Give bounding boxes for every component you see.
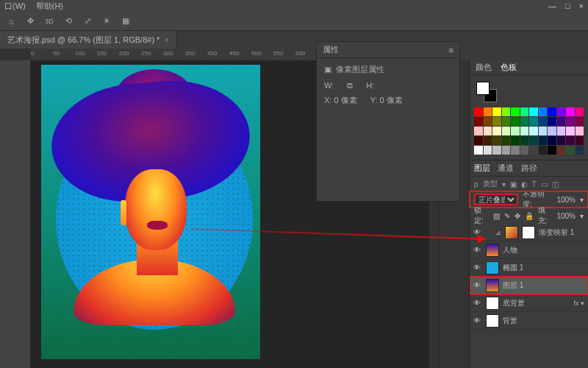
move-icon[interactable]: ✥ bbox=[24, 15, 37, 28]
swatch[interactable] bbox=[557, 107, 566, 116]
swatch[interactable] bbox=[502, 136, 511, 145]
3d-mode-icon[interactable]: 3D bbox=[43, 15, 56, 28]
visibility-icon[interactable]: 👁 bbox=[473, 228, 482, 237]
panel-menu-icon[interactable]: ≡ bbox=[449, 46, 453, 54]
visibility-icon[interactable]: 👁 bbox=[473, 281, 482, 290]
filter-adjust-icon[interactable]: ◐ bbox=[521, 180, 528, 188]
layer-row[interactable]: 👁⊿渐变映射 1 bbox=[470, 224, 588, 241]
filter-type-dropdown[interactable]: 类型 bbox=[483, 179, 498, 189]
swatch[interactable] bbox=[539, 136, 548, 145]
lock-pos-icon[interactable]: ✥ bbox=[514, 212, 520, 220]
swatch[interactable] bbox=[502, 117, 511, 126]
swatch[interactable] bbox=[511, 136, 520, 145]
swatch[interactable] bbox=[566, 146, 575, 155]
window-min-icon[interactable]: — bbox=[548, 1, 556, 10]
swatch[interactable] bbox=[520, 117, 529, 126]
swatch[interactable] bbox=[557, 136, 566, 145]
lock-pixel-icon[interactable]: ✎ bbox=[504, 212, 510, 220]
swatch[interactable] bbox=[576, 117, 584, 126]
swatch[interactable] bbox=[529, 127, 538, 135]
visibility-icon[interactable]: 👁 bbox=[473, 263, 482, 272]
swatch[interactable] bbox=[557, 146, 566, 155]
layer-row[interactable]: 👁图层 1 bbox=[470, 277, 588, 294]
swatch[interactable] bbox=[511, 107, 520, 116]
filter-shape-icon[interactable]: ▭ bbox=[541, 180, 548, 188]
swatch[interactable] bbox=[557, 117, 566, 126]
swatch[interactable] bbox=[539, 146, 548, 155]
home-icon[interactable]: ⌂ bbox=[4, 15, 18, 28]
swatch[interactable] bbox=[548, 136, 556, 145]
fg-bg-colors[interactable] bbox=[476, 82, 497, 102]
window-close-icon[interactable]: × bbox=[579, 1, 584, 10]
swatch[interactable] bbox=[502, 146, 511, 155]
scale-icon[interactable]: ⤢ bbox=[81, 15, 94, 28]
visibility-icon[interactable]: 👁 bbox=[473, 246, 482, 255]
swatch[interactable] bbox=[576, 136, 584, 145]
light-icon[interactable]: ☀ bbox=[100, 15, 113, 28]
swatch[interactable] bbox=[566, 127, 575, 135]
filter-text-icon[interactable]: T bbox=[532, 180, 537, 188]
menu-help[interactable]: 帮助(H) bbox=[36, 1, 63, 12]
swatch[interactable] bbox=[566, 117, 575, 126]
swatch[interactable] bbox=[502, 107, 511, 116]
tab-color[interactable]: 颜色 bbox=[476, 62, 492, 73]
swatch[interactable] bbox=[484, 136, 492, 145]
layer-row[interactable]: 👁椭圆 1 bbox=[470, 259, 588, 277]
swatch[interactable] bbox=[566, 107, 575, 116]
swatch[interactable] bbox=[492, 107, 501, 116]
swatch[interactable] bbox=[474, 146, 483, 155]
swatch[interactable] bbox=[520, 107, 529, 116]
swatch[interactable] bbox=[557, 127, 566, 135]
lock-all-icon[interactable]: 🔒 bbox=[525, 212, 534, 220]
layer-row[interactable]: 👁底背景fx ▾ bbox=[470, 294, 588, 312]
swatch[interactable] bbox=[548, 146, 556, 155]
tab-layers[interactable]: 图层 bbox=[474, 163, 490, 174]
swatch[interactable] bbox=[484, 146, 492, 155]
swatch[interactable] bbox=[474, 127, 483, 135]
swatch[interactable] bbox=[520, 127, 529, 135]
swatch[interactable] bbox=[484, 107, 492, 116]
swatch[interactable] bbox=[576, 146, 584, 155]
rotate-icon[interactable]: ⟲ bbox=[62, 15, 75, 28]
swatch[interactable] bbox=[492, 117, 501, 126]
swatch[interactable] bbox=[492, 136, 501, 145]
fx-badge[interactable]: fx ▾ bbox=[573, 300, 584, 307]
swatch[interactable] bbox=[520, 136, 529, 145]
fill-value[interactable]: 100% bbox=[556, 212, 576, 220]
swatch[interactable] bbox=[539, 107, 548, 116]
layer-row[interactable]: 👁背景 bbox=[470, 312, 588, 330]
filter-pixel-icon[interactable]: ▣ bbox=[510, 180, 517, 188]
lock-trans-icon[interactable]: ▨ bbox=[493, 212, 500, 220]
swatch[interactable] bbox=[474, 107, 483, 116]
layer-row[interactable]: 👁人物 bbox=[470, 241, 588, 259]
swatch[interactable] bbox=[576, 107, 584, 116]
swatch[interactable] bbox=[474, 136, 483, 145]
swatch[interactable] bbox=[548, 107, 556, 116]
visibility-icon[interactable]: 👁 bbox=[473, 316, 482, 325]
menu-window[interactable]: 口(W) bbox=[4, 1, 26, 12]
swatch[interactable] bbox=[474, 117, 483, 126]
swatch[interactable] bbox=[484, 127, 492, 135]
tab-swatches[interactable]: 色板 bbox=[501, 62, 517, 73]
swatch[interactable] bbox=[511, 127, 520, 135]
swatch[interactable] bbox=[529, 136, 538, 145]
swatch[interactable] bbox=[511, 117, 520, 126]
swatch[interactable] bbox=[484, 117, 492, 126]
tab-close-icon[interactable]: × bbox=[164, 35, 168, 44]
filter-smart-icon[interactable]: ◫ bbox=[552, 180, 559, 188]
swatch[interactable] bbox=[511, 146, 520, 155]
tab-channels[interactable]: 通道 bbox=[498, 163, 514, 174]
swatch[interactable] bbox=[539, 127, 548, 135]
swatch[interactable] bbox=[529, 146, 538, 155]
swatch[interactable] bbox=[539, 117, 548, 126]
swatch[interactable] bbox=[548, 117, 556, 126]
visibility-icon[interactable]: 👁 bbox=[473, 299, 482, 308]
swatch[interactable] bbox=[566, 136, 575, 145]
swatch[interactable] bbox=[529, 107, 538, 116]
grid-icon[interactable]: ▦ bbox=[119, 15, 132, 28]
window-max-icon[interactable]: □ bbox=[565, 1, 570, 10]
link-wh-icon[interactable]: ⧉ bbox=[347, 81, 353, 91]
opacity-value[interactable]: 100% bbox=[556, 196, 576, 204]
document-tab[interactable]: 艺术海报.psd @ 66.7% (图层 1, RGB/8#) * × bbox=[0, 31, 177, 49]
swatch[interactable] bbox=[520, 146, 529, 155]
